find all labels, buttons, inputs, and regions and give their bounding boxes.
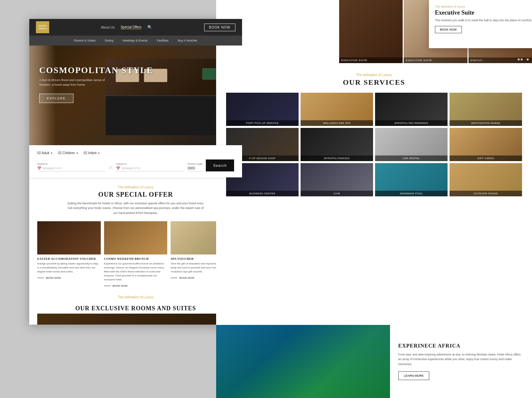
services-grid-row2: P-UP DESIGN SHOP AFROPOLITANKIDS CAR REN… [226, 128, 522, 161]
rooms-tag: The defination of Luxury [29, 295, 242, 302]
checkin-label: Check In [37, 162, 105, 165]
hero-section: COSMOPOLITAN STYLE A feel of Africa's fi… [29, 46, 242, 149]
popup-tag: The definition of luxury [435, 5, 532, 8]
africa-content: EXPERINECE AFRICA From epic and awe-insp… [390, 325, 532, 398]
hero-subtitle: A feel of Africa's finest and cosmopolit… [39, 78, 106, 87]
book-now-button[interactable]: BOOK NOW [204, 24, 235, 31]
offer-card-1: EASTER ACCOMODATION VOUCHER Indulge your… [37, 221, 101, 287]
service-label-business: BUSINESS CENTER [226, 191, 299, 196]
sub-nav-facilities[interactable]: Facilities [157, 39, 169, 42]
executive-suite-popup: The definition of luxury Executive Suite… [429, 0, 532, 48]
children-select[interactable]: 02 Children [58, 151, 78, 155]
offer-img-bed [37, 221, 101, 254]
sub-nav: Rooms & Suites Dining Meetings & Events … [29, 36, 242, 46]
offer-text-2: Experience our gourmet buffet brunch on … [104, 262, 168, 282]
offer-link-text-2: BOOK NOW [113, 284, 128, 287]
service-label-gym: GYM [301, 191, 373, 196]
service-card-airport[interactable]: PORT PICK-UP SERVICE [226, 93, 299, 126]
service-label-gift-cards: GIFT CARDS [450, 155, 522, 161]
search-icon[interactable]: 🔍 [147, 25, 152, 30]
hero-content: COSMOPOLITAN STYLE A feel of Africa's fi… [39, 65, 153, 103]
offer-link-text-3: BOOK NOW [179, 276, 194, 279]
service-card-gym[interactable]: GYM [301, 163, 373, 196]
services-tag: The defination of Luxury [226, 73, 522, 77]
checkout-label: Check In [116, 162, 184, 165]
service-card-outdoor-dining[interactable]: OUTDOOR DINING [450, 163, 522, 196]
room-label-2: EXECUTIVE SUITE [404, 57, 467, 63]
promo-value[interactable]: 0000 [188, 166, 202, 171]
link-line-2 [104, 286, 111, 286]
hero-title: COSMOPOLITAN STYLE [39, 65, 153, 75]
checkin-row: 📅 DD/MM/YYYY [37, 166, 105, 171]
booking-inputs: Check In 📅 DD/MM/YYYY ⇄ Check In 📅 DD/MM… [37, 159, 234, 171]
room-img-1: EXECUTIVE SUITE [339, 0, 403, 63]
guest-selects: 02 Adult 02 Children 02 Infant [37, 151, 234, 155]
service-label-pool: SWIMMING POOL [375, 191, 448, 196]
nav-about[interactable]: About Us [101, 26, 115, 29]
checkin-group: Check In 📅 DD/MM/YYYY [37, 162, 105, 171]
promo-group: Promo Code 0000 [188, 162, 202, 171]
explore-button[interactable]: EXPLORE [39, 94, 73, 103]
sub-nav-rooms[interactable]: Rooms & Suites [74, 39, 96, 42]
checkout-group: Check In 📅 DD/MM/YYYY [116, 162, 184, 171]
offer-text-1: Indulge yourself by taking easter opport… [37, 262, 101, 274]
pagination-dots: 4 [518, 57, 529, 61]
offer-link-2[interactable]: BOOK NOW [104, 284, 168, 287]
service-card-car-rental[interactable]: CAR RENTAL [375, 128, 448, 161]
calendar-icon: 📅 [37, 166, 41, 170]
offer-title-1: EASTER ACCOMODATION VOUCHER [37, 257, 101, 260]
booking-bar: 02 Adult 02 Children 02 Infant Check In … [29, 145, 242, 177]
search-button[interactable]: Search [206, 159, 234, 171]
special-offer-desc: Setting the benchmark for hotels in Afri… [66, 201, 205, 215]
services-title: Our SERVICES [226, 78, 522, 87]
room-label-1: EXECUTIVE SUITE [339, 57, 403, 63]
service-label-car-rental: CAR RENTAL [375, 155, 448, 161]
offer-img-food [104, 221, 168, 254]
link-line-1 [37, 278, 44, 278]
offer-card-2: COSMO WEEKEND BRUNCH Experience our gour… [104, 221, 168, 287]
logo-text: HOTEL AFRICA [36, 25, 49, 30]
offer-link-text-1: BOOK NOW [46, 276, 61, 279]
popup-title: Executive Suite [435, 9, 532, 16]
services-grid-row1: PORT PICK-UP SERVICE WELLNESS AND SPA AF… [226, 93, 522, 126]
africa-section: EXPERINECE AFRICA From epic and awe-insp… [216, 325, 532, 398]
checkout-input[interactable]: DD/MM/YYYY [122, 167, 141, 170]
adults-select[interactable]: 02 Adult [37, 151, 53, 155]
service-card-spa[interactable]: WELLNESS AND SPA [301, 93, 373, 126]
service-label-ghana: DESTINATION GHANA [450, 120, 522, 126]
africa-text: From epic and awe-inspiring adventures a… [398, 352, 524, 366]
nav-links: About Us Special Offers 🔍 [101, 25, 153, 30]
nav-special-offers[interactable]: Special Offers [121, 25, 142, 29]
services-grid-row3: BUSINESS CENTER GYM SWIMMING POOL OUTDOO… [226, 163, 522, 196]
calendar-icon-2: 📅 [116, 166, 120, 170]
service-card-gift-cards[interactable]: GIFT CARDS [450, 128, 522, 161]
service-label-kids: AFROPOLITANKIDS [301, 155, 373, 161]
africa-title: EXPERINECE AFRICA [398, 343, 524, 349]
checkin-input[interactable]: DD/MM/YYYY [43, 167, 62, 170]
service-card-ghana[interactable]: DESTINATION GHANA [450, 93, 522, 126]
service-label-airport: PORT PICK-UP SERVICE [226, 120, 299, 126]
page-number: 4 [524, 57, 526, 61]
offer-title-2: COSMO WEEKEND BRUNCH [104, 257, 168, 260]
service-card-rewards[interactable]: AFROPOLITAN REWARDS [375, 93, 448, 126]
rooms-section: The defination of Luxury OUR EXCLUSIVE R… [29, 295, 242, 325]
checkout-row: 📅 DD/MM/YYYY [116, 166, 184, 171]
africa-image [216, 325, 390, 398]
learn-more-button[interactable]: LEARN MORE [398, 371, 430, 380]
service-label-rewards: AFROPOLITAN REWARDS [375, 120, 448, 126]
service-card-kids[interactable]: AFROPOLITANKIDS [301, 128, 373, 161]
sub-nav-voucher[interactable]: Buy A Voucher [178, 39, 198, 42]
sub-nav-dining[interactable]: Dining [105, 39, 113, 42]
logo[interactable]: HOTEL AFRICA [36, 21, 49, 33]
special-offer-section: The defination of Luxury OUR SPECIAL OFF… [29, 177, 242, 295]
offer-cards: EASTER ACCOMODATION VOUCHER Indulge your… [37, 221, 234, 287]
service-card-pool[interactable]: SWIMMING POOL [375, 163, 448, 196]
left-panel: HOTEL AFRICA About Us Special Offers 🔍 B… [29, 19, 242, 325]
infant-select[interactable]: 02 Infant [83, 151, 100, 155]
popup-book-button[interactable]: BOOK NOW [435, 26, 462, 33]
service-label-spa: WELLNESS AND SPA [301, 120, 373, 126]
sub-nav-meetings[interactable]: Meetings & Events [123, 39, 148, 42]
arrow-icon: ⇄ [109, 165, 113, 170]
link-line-3 [171, 278, 177, 278]
offer-link-1[interactable]: BOOK NOW [37, 276, 101, 279]
